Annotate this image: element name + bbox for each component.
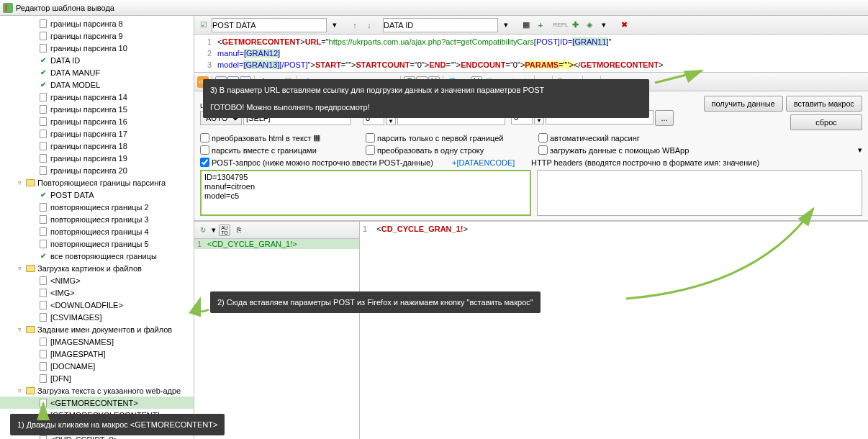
cb-parse-first[interactable] <box>366 133 375 142</box>
tree-item[interactable]: ▿Загрузка картинок и файлов <box>0 262 194 274</box>
app-icon <box>3 3 13 13</box>
replace-icon[interactable]: REPL <box>554 19 567 32</box>
dropdown-icon[interactable]: ▾ <box>212 225 216 235</box>
tree-item[interactable]: <GETMORECONTENT> <box>0 397 194 409</box>
insert-macro-button[interactable]: вставить макрос <box>786 96 862 112</box>
tree-item[interactable]: границы парсинга 16 <box>0 115 194 127</box>
tree-item[interactable]: <DOWNLOADFILE> <box>0 299 194 311</box>
tree-item[interactable]: границы парсинга 10 <box>0 42 194 54</box>
add-icon[interactable]: + <box>534 19 547 32</box>
macro-list-panel: ↻ ▾ AUTO ⎘ 1 <CD_CYCLE_GRAN_1!> <box>194 222 360 439</box>
copy-icon[interactable]: ⎘ <box>233 225 245 236</box>
window-titlebar: Редактор шаблона вывода <box>0 0 868 16</box>
opts-icon[interactable]: ▦ <box>313 133 320 142</box>
tree-item[interactable]: <IMG> <box>0 286 194 299</box>
tree-item[interactable]: ▿Загрузка текста с указанного web-адре <box>0 384 194 397</box>
dropdown-icon[interactable]: ▾ <box>858 145 862 155</box>
dataencode-link[interactable]: +[DATAENCODE] <box>452 158 524 167</box>
tree-item[interactable]: ✔DATA ID <box>0 54 194 66</box>
tooltip-1: 1) Дважды кликаем на макрос <GETMORECONT… <box>10 414 225 435</box>
cb-borders[interactable] <box>200 145 209 155</box>
tree-item[interactable]: границы парсинга 8 <box>0 17 194 30</box>
refresh-icon[interactable]: ↻ <box>197 225 209 236</box>
tree-item[interactable]: границы парсинга 14 <box>0 91 194 103</box>
checkbox-icon[interactable]: ☑ <box>197 19 210 32</box>
tree-item[interactable]: повторяющиеся границы 5 <box>0 237 194 250</box>
code-editor[interactable]: 1 <GETMORECONTENT>URL="https://ukrparts.… <box>194 35 868 73</box>
tree-item[interactable]: повторяющиеся границы 3 <box>0 213 194 225</box>
top-toolbar: ☑ ▾ ↑ ↓ ▾ ▦ + REPL ✚ ◈ ▾ ✖ <box>194 16 868 35</box>
tree-item[interactable]: ▿Повторяющиеся границы парсинга <box>0 176 194 189</box>
tree-item[interactable]: границы парсинга 15 <box>0 103 194 115</box>
browse-button[interactable]: ... <box>655 110 674 126</box>
tree-item[interactable]: ✔все повторяющиеся границы <box>0 250 194 262</box>
window-title: Редактор шаблона вывода <box>16 4 114 12</box>
cb-post[interactable] <box>200 158 209 167</box>
tree-item[interactable]: ✔POST DATA <box>0 189 194 201</box>
post-data-textarea[interactable]: ID=1304795 manuf=citroen model=c5 <box>200 170 531 216</box>
tree-item[interactable]: [IMAGESNAMES] <box>0 335 194 348</box>
auto-icon[interactable]: AUTO <box>219 225 230 236</box>
cb-oneline[interactable] <box>366 145 375 155</box>
cb-wbapp[interactable] <box>538 145 548 155</box>
code-icon[interactable]: ◈ <box>583 19 596 32</box>
tree-item[interactable]: [CSVIMAGES] <box>0 311 194 323</box>
tree-item[interactable]: границы парсинга 20 <box>0 164 194 176</box>
tooltip-2: 2) Сюда вставляем параметры POST из Fire… <box>210 291 541 313</box>
tree-item[interactable]: ▿Задание имен документов и файлов <box>0 323 194 335</box>
delete-icon[interactable]: ✖ <box>618 19 630 32</box>
tree-item[interactable]: границы парсинга 17 <box>0 127 194 140</box>
http-headers-label: HTTP headers (вводятся построчно в форма… <box>531 158 759 167</box>
tree-item[interactable]: границы парсинга 9 <box>0 30 194 42</box>
headers-textarea[interactable] <box>537 170 862 216</box>
tree-item[interactable]: [DOCNAME] <box>0 360 194 372</box>
reset-button[interactable]: сброс <box>790 114 862 130</box>
tree-item[interactable]: ✔DATA MANUF <box>0 66 194 78</box>
tree-item[interactable]: границы парсинга 18 <box>0 140 194 152</box>
add-green-icon[interactable]: ✚ <box>569 19 582 32</box>
tree-item[interactable]: [IMAGESPATH] <box>0 348 194 360</box>
tree-item[interactable]: повторяющиеся границы 4 <box>0 225 194 237</box>
source-dropdown[interactable] <box>212 18 327 32</box>
tree-item[interactable]: повторяющиеся границы 2 <box>0 201 194 213</box>
cb-html2text[interactable] <box>200 133 209 142</box>
dropdown-icon[interactable]: ▾ <box>328 19 341 32</box>
macro-item[interactable]: <CD_CYCLE_GRAN_1!> <box>207 240 297 248</box>
target-dropdown[interactable] <box>383 18 498 32</box>
get-data-button[interactable]: получить данные <box>704 96 783 112</box>
tree-item[interactable]: <NIMG> <box>0 274 194 286</box>
grid-icon[interactable]: ▦ <box>520 19 533 32</box>
dropdown-icon[interactable]: ▾ <box>597 19 610 32</box>
dropdown-icon[interactable]: ▾ <box>499 19 512 32</box>
preview-panel[interactable]: 1 <CD_CYCLE_GRAN_1!> <box>360 222 868 439</box>
tree-panel[interactable]: границы парсинга 8границы парсинга 9гран… <box>0 16 194 439</box>
tree-item[interactable]: [DFN] <box>0 372 194 384</box>
arrow-down-icon[interactable]: ↓ <box>363 19 376 32</box>
cb-auto[interactable] <box>538 133 548 142</box>
tree-item[interactable]: ✔DATA MODEL <box>0 78 194 91</box>
tree-item[interactable]: границы парсинга 19 <box>0 152 194 164</box>
tooltip-3: 3) В параметр URL вставляем ссылку для п… <box>203 79 649 118</box>
arrow-up-icon[interactable]: ↑ <box>348 19 361 32</box>
